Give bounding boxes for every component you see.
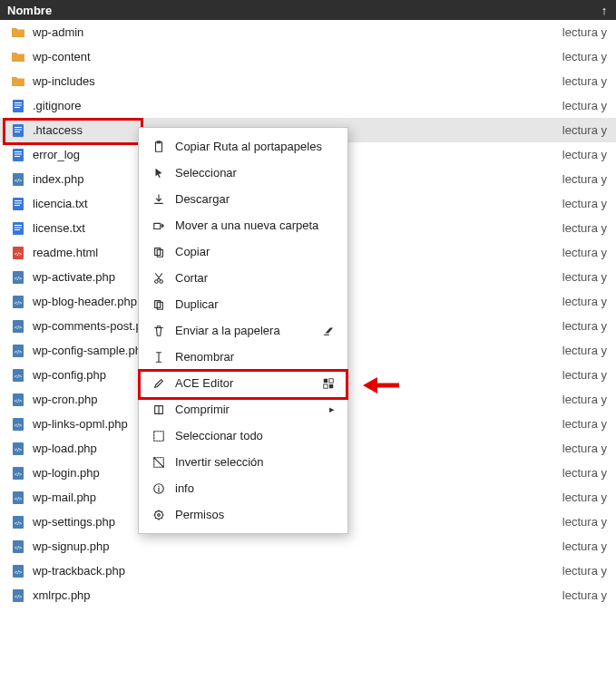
- permissions-icon: [152, 508, 166, 522]
- file-row[interactable]: </>wp-trackback.phplectura y: [0, 559, 616, 583]
- txt-icon: [11, 99, 25, 113]
- svg-text:</>: </>: [15, 349, 23, 355]
- column-header[interactable]: Nombre ↑: [0, 0, 616, 20]
- menu-item-permisos[interactable]: Permisos: [139, 501, 347, 528]
- php-icon: </>: [11, 172, 25, 187]
- file-name: wp-signup.php: [33, 539, 562, 553]
- svg-rect-18: [13, 222, 24, 235]
- menu-item-label: Seleccionar todo: [175, 429, 335, 442]
- php-icon: </>: [11, 466, 25, 481]
- php-icon: </>: [11, 295, 25, 309]
- svg-rect-54: [154, 223, 161, 228]
- svg-rect-52: [156, 141, 162, 151]
- svg-rect-1: [15, 102, 22, 103]
- menu-item-label: Duplicar: [175, 297, 335, 311]
- svg-rect-0: [13, 100, 24, 112]
- cursor-icon: [152, 166, 166, 180]
- menu-item-mover-a-una-nueva-carpeta[interactable]: Mover a una nueva carpeta: [139, 212, 347, 238]
- svg-text:</>: </>: [15, 276, 23, 281]
- invert-icon: [152, 455, 166, 470]
- compress-icon: [152, 403, 166, 417]
- cut-icon: [152, 271, 166, 286]
- svg-rect-11: [15, 156, 20, 157]
- menu-item-descargar[interactable]: Descargar: [139, 186, 347, 212]
- file-permissions: lectura y: [562, 270, 607, 284]
- svg-rect-7: [15, 131, 20, 132]
- file-permissions: lectura y: [562, 172, 607, 186]
- menu-item-comprimir[interactable]: Comprimir▸: [139, 396, 347, 423]
- file-row[interactable]: </>xmlrpc.phplectura y: [0, 583, 616, 607]
- copy-icon: [152, 245, 166, 259]
- svg-text:</>: </>: [15, 325, 23, 330]
- context-menu: Copiar Ruta al portapapelesSeleccionarDe…: [138, 127, 348, 534]
- menu-item-enviar-a-la-papelera[interactable]: Enviar a la papelera: [139, 317, 347, 344]
- file-permissions: lectura y: [562, 466, 607, 480]
- svg-rect-17: [15, 205, 20, 206]
- php-icon: </>: [11, 368, 25, 383]
- file-row[interactable]: wp-adminlectura y: [0, 20, 616, 44]
- info-icon: [152, 481, 166, 496]
- file-permissions: lectura y: [562, 74, 607, 88]
- file-permissions: lectura y: [562, 368, 607, 382]
- svg-rect-14: [13, 198, 24, 210]
- file-name: .gitignore: [33, 99, 562, 112]
- php-icon: </>: [11, 442, 25, 456]
- svg-text:</>: </>: [15, 520, 23, 526]
- svg-text:</>: </>: [15, 300, 23, 306]
- file-row[interactable]: wp-contentlectura y: [0, 44, 616, 69]
- menu-item-label: Renombrar: [175, 350, 335, 364]
- svg-rect-15: [15, 200, 22, 201]
- menu-item-seleccionar-todo[interactable]: Seleccionar todo: [139, 423, 347, 449]
- column-header-name[interactable]: Nombre: [7, 4, 600, 17]
- download-icon: [152, 192, 166, 207]
- folder-icon: [11, 74, 25, 89]
- svg-text:</>: </>: [15, 569, 23, 575]
- menu-item-seleccionar[interactable]: Seleccionar: [139, 160, 347, 186]
- php-icon: </>: [11, 491, 25, 505]
- menu-item-ace-editor[interactable]: ACE Editor: [139, 370, 347, 396]
- selectall-icon: [152, 429, 166, 443]
- svg-rect-16: [15, 202, 22, 203]
- eraser-aux-icon: [322, 325, 335, 336]
- php-icon: </>: [11, 564, 25, 578]
- svg-rect-4: [13, 124, 24, 137]
- svg-rect-63: [324, 384, 328, 387]
- menu-item-label: Seleccionar: [175, 166, 335, 180]
- menu-item-label: info: [175, 481, 335, 495]
- menu-item-renombrar[interactable]: Renombrar: [139, 344, 347, 370]
- menu-item-copiar[interactable]: Copiar: [139, 238, 347, 265]
- file-permissions: lectura y: [562, 295, 607, 308]
- menu-item-copiar-ruta-al-portapapeles[interactable]: Copiar Ruta al portapapeles: [139, 133, 347, 160]
- svg-rect-9: [15, 151, 22, 152]
- edit-icon: [152, 376, 166, 391]
- file-name: wp-content: [33, 50, 562, 63]
- svg-point-58: [160, 279, 163, 283]
- file-row[interactable]: .gitignorelectura y: [0, 93, 616, 118]
- html-icon: </>: [11, 246, 25, 260]
- file-name: wp-includes: [33, 74, 562, 88]
- file-permissions: lectura y: [562, 515, 607, 529]
- file-row[interactable]: wp-includeslectura y: [0, 69, 616, 93]
- menu-item-cortar[interactable]: Cortar: [139, 265, 347, 291]
- file-name: wp-admin: [33, 25, 562, 39]
- svg-text:</>: </>: [15, 423, 23, 428]
- folder-icon: [11, 50, 25, 64]
- svg-rect-66: [154, 431, 164, 441]
- php-icon: </>: [11, 344, 25, 358]
- file-permissions: lectura y: [562, 123, 607, 137]
- menu-item-label: Copiar: [175, 245, 335, 258]
- php-icon: </>: [11, 417, 25, 432]
- sort-indicator-icon[interactable]: ↑: [600, 4, 609, 17]
- menu-item-invertir-selecci-n[interactable]: Invertir selección: [139, 449, 347, 475]
- svg-point-57: [155, 279, 159, 283]
- svg-text:</>: </>: [15, 447, 23, 452]
- menu-item-info[interactable]: info: [139, 475, 347, 501]
- clipboard-icon: [152, 140, 166, 154]
- php-icon: </>: [11, 393, 25, 407]
- menu-item-duplicar[interactable]: Duplicar: [139, 291, 347, 317]
- rename-icon: [152, 350, 166, 364]
- svg-rect-19: [15, 225, 22, 226]
- php-icon: </>: [11, 515, 25, 529]
- file-row[interactable]: </>wp-signup.phplectura y: [0, 534, 616, 559]
- menu-item-label: Invertir selección: [175, 455, 335, 469]
